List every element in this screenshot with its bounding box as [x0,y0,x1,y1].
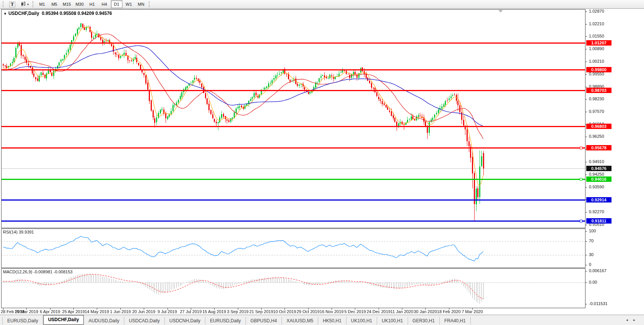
rsi-indicator-label: RSI(14) 39.9391 [3,230,34,234]
date-axis-label: 11 Jan 2020 [390,309,413,314]
price-axis-tick-label: 1.01550 [589,34,604,38]
date-axis-label: 7 Mar 2020 [462,309,483,314]
price-axis-tick-label: 1.00890 [589,46,604,51]
chart-tab-ger30-h1[interactable]: GER30,H1 [408,317,440,325]
price-axis-tick-label: 0.96250 [589,134,604,139]
chart-tab-eurusd-daily[interactable]: EURUSD,Daily [205,317,246,325]
price-axis-tick-label: 0.99550 [589,72,604,76]
chevron-down-icon: ▾ [27,3,29,6]
rsi-value: 39.9391 [19,230,34,234]
price-level-label[interactable]: 0.91811 [586,218,611,224]
rsi-axis-tick-label: 30 [589,252,594,257]
chart-tab-uk100-h1[interactable]: UK100,H1 [346,317,377,325]
price-level-label[interactable]: 0.96803 [586,124,611,129]
toolbar-grip [3,1,5,7]
chart-tab-usdcad-daily[interactable]: USDCAD,Daily [124,317,165,325]
macd-axis-tick-label: -0.011531 [589,301,608,306]
chart-tab-uk100-h1[interactable]: UK100,H1 [377,317,408,325]
price-chart-canvas[interactable] [0,0,644,325]
date-axis-label: 10 Oct 2019 [273,309,296,314]
timeframe-button-mn[interactable]: MN [135,0,147,8]
timeframe-button-group: M1M5M15M30H1H4D1W1MN [36,0,147,8]
price-axis-tick-label: 0.92270 [589,209,604,214]
price-axis-tick-label: 0.94910 [589,159,604,164]
chart-tab-hk50-h1[interactable]: HK50,H1 [318,317,346,325]
chart-tab-xauusd-m5[interactable]: XAUUSD,M5 [282,317,318,325]
date-axis-label: 9 Jul 2019 [158,309,177,314]
scroll-tabs-right-button[interactable]: ▸ [633,318,635,322]
timeframe-button-h4[interactable]: H4 [99,0,110,8]
macd-pane-splitter[interactable] [0,268,585,269]
chart-tab-bar: EURUSD,DailyUSDCHF,DailyAUDUSD,DailyUSDC… [0,315,644,325]
rsi-axis-tick-label: 70 [589,238,594,243]
timeframe-button-h1[interactable]: H1 [86,0,98,8]
macd-title: MACD(12,26,9) [3,269,32,274]
text-tool-icon: T [9,2,15,7]
chart-tab-gbpusd-h4[interactable]: GBPUSD,H4 [246,317,282,325]
date-axis-label: 18 Feb 2020 [437,309,461,314]
date-axis-label: 25 Apr 2019 [62,309,85,314]
chart-title: ▼USDCHF,Daily 0.95394 0.95508 0.94209 0.… [3,11,112,16]
timeframe-button-m30[interactable]: M30 [73,0,85,8]
price-axis-tick-label: 0.98230 [589,96,604,101]
chart-symbol-period: USDCHF,Daily [8,11,39,16]
current-price-label: 0.94576 [586,166,611,171]
price-axis-tick-label: 0.93590 [589,185,604,189]
toolbar: T ▾ M1M5M15M30H1H4D1W1MN [0,0,644,9]
price-axis-tick-label: 1.02210 [589,21,604,26]
price-level-label[interactable]: 0.94016 [586,176,611,182]
date-axis-label: 16 Nov 2019 [320,309,343,314]
date-axis-label: 30 Jan 2020 [414,309,437,314]
timeframe-button-m1[interactable]: M1 [36,0,48,8]
price-level-label[interactable]: 1.01207 [586,40,611,46]
price-axis-tick-label: 0.94250 [589,172,604,176]
date-axis-label: 14 May 2019 [85,309,109,314]
macd-axis-tick-label: 0.006167 [589,268,607,273]
price-level-label[interactable]: 0.98703 [586,88,611,93]
macd-indicator-label: MACD(12,26,9) -0.008981 -0.008153 [3,269,73,274]
chart-ohlc-values: 0.95394 0.95508 0.94209 0.94576 [42,11,112,16]
date-axis-label: 6 Apr 2019 [40,309,60,314]
timeframe-button-w1[interactable]: W1 [123,0,135,8]
candlestick-chart-icon [21,2,26,7]
chart-tab-audusd-daily[interactable]: AUDUSD,Daily [84,317,124,325]
chart-tab-fra40-h1[interactable]: FRA40,H1 [440,317,471,325]
chart-tab-eurusd-daily[interactable]: EURUSD,Daily [2,317,43,325]
timeframe-button-m15[interactable]: M15 [61,0,73,8]
date-axis-label: 21 Sep 2019 [249,309,273,314]
macd-values: -0.008981 -0.008153 [33,269,72,274]
date-axis-label: 20 Jun 2019 [132,309,156,314]
date-axis-label: 1 Jun 2019 [110,309,131,314]
date-axis-label: 24 Dec 2019 [367,309,390,314]
date-axis-label: 3 Sep 2019 [227,309,249,314]
chart-collapse-icon[interactable]: ▼ [3,12,7,16]
date-axis-label: 15 Aug 2019 [202,309,226,314]
toolbar-grip [149,1,151,7]
timeframe-button-m5[interactable]: M5 [49,0,60,8]
price-level-label[interactable]: 0.99800 [586,67,611,72]
date-axis-label: 19 Mar 2019 [15,309,38,314]
price-axis-tick-label: 0.97570 [589,109,604,114]
scroll-tabs-left-button[interactable]: ◂ [626,318,628,322]
price-axis-tick-label: 1.00210 [589,59,604,64]
rsi-axis-tick-label: 0 [589,262,591,267]
date-axis-label: 27 Jul 2019 [180,309,202,314]
text-label-tool-button[interactable]: T [7,0,18,8]
price-axis-tick-label: 1.02870 [589,9,604,13]
chart-tab-usdchf-daily[interactable]: USDCHF,Daily [43,315,84,325]
timeframe-button-d1[interactable]: D1 [111,0,122,8]
toolbar-grip [33,1,34,7]
rsi-title: RSI(14) [3,230,18,234]
date-axis-label: 5 Dec 2019 [344,309,366,314]
date-axis-label: 29 Oct 2019 [297,309,320,314]
chart-type-button[interactable]: ▾ [19,0,31,8]
chart-tab-usdcnh-daily[interactable]: USDCNH,Daily [165,317,205,325]
rsi-axis-tick-label: 100 [589,229,596,233]
price-level-label[interactable]: 0.92914 [586,197,611,203]
rsi-pane-splitter[interactable] [0,227,585,229]
mt4-window: T ▾ M1M5M15M30H1H4D1W1MN ▼USDCHF,Daily 0… [0,0,644,325]
macd-axis-tick-label: 0.00 [589,280,597,284]
price-level-label[interactable]: 0.95678 [586,145,611,150]
